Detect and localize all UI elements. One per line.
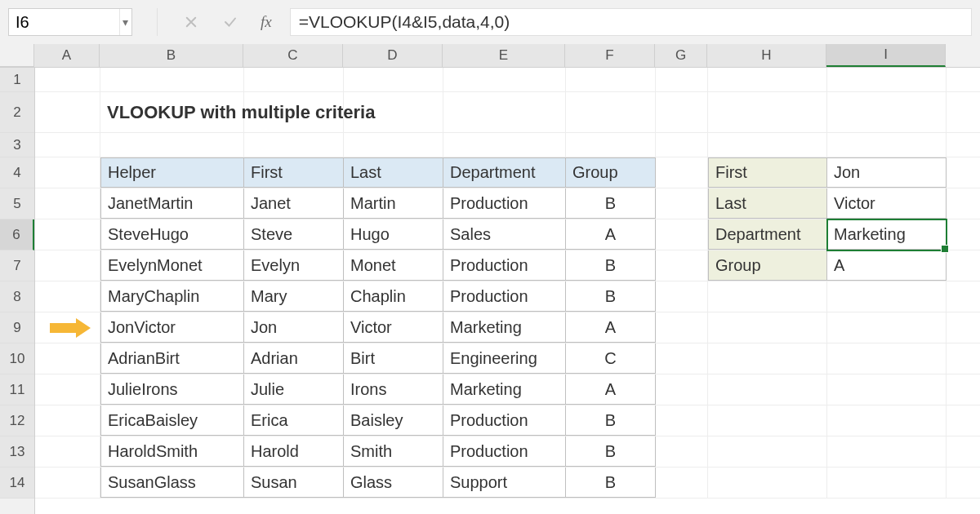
table-cell[interactable]: AdrianBirt xyxy=(100,343,244,374)
row-header-9[interactable]: 9 xyxy=(0,312,34,343)
row-header-2[interactable]: 2 xyxy=(0,92,34,133)
table-cell[interactable]: Irons xyxy=(344,374,443,405)
table-cell[interactable]: C xyxy=(566,343,656,374)
col-header-H[interactable]: H xyxy=(707,44,826,67)
cell-H11[interactable] xyxy=(708,374,827,405)
table-cell[interactable]: B xyxy=(566,281,656,312)
table-cell[interactable]: Production xyxy=(443,405,566,436)
table-cell[interactable]: Monet xyxy=(344,250,443,281)
table-cell[interactable]: Production xyxy=(443,250,566,281)
table-cell[interactable]: B xyxy=(566,188,656,219)
table-cell[interactable]: B xyxy=(566,467,656,498)
cell-H9[interactable] xyxy=(708,312,827,343)
formula-input[interactable]: =VLOOKUP(I4&I5,data,4,0) xyxy=(290,8,972,36)
cell-A8[interactable] xyxy=(35,281,100,312)
cell-G2[interactable] xyxy=(656,92,708,132)
cell-A1[interactable] xyxy=(35,68,100,91)
table-cell[interactable]: EricaBaisley xyxy=(100,405,244,436)
cell-B3[interactable] xyxy=(100,133,244,157)
table-cell[interactable]: Harold xyxy=(244,436,344,467)
cell-G10[interactable] xyxy=(656,343,708,374)
table-cell[interactable]: Mary xyxy=(244,281,344,312)
table-cell[interactable]: B xyxy=(566,250,656,281)
cell-A11[interactable] xyxy=(35,374,100,405)
cell-A6[interactable] xyxy=(35,219,100,250)
table-cell[interactable]: Glass xyxy=(344,467,443,498)
table-cell[interactable]: A xyxy=(566,219,656,250)
table-cell[interactable]: EvelynMonet xyxy=(100,250,244,281)
table-cell[interactable]: Evelyn xyxy=(244,250,344,281)
table-cell[interactable]: SteveHugo xyxy=(100,219,244,250)
cell-G14[interactable] xyxy=(656,467,708,498)
table-cell[interactable]: Production xyxy=(443,281,566,312)
cell-A2[interactable] xyxy=(35,92,100,132)
name-box-dropdown-icon[interactable]: ▾ xyxy=(119,9,131,35)
row-header-6[interactable]: 6 xyxy=(0,219,34,250)
table-cell[interactable]: JonVictor xyxy=(100,312,244,343)
cell-H8[interactable] xyxy=(708,281,827,312)
cell-F3[interactable] xyxy=(566,133,656,157)
table-cell[interactable]: Erica xyxy=(244,405,344,436)
col-header-A[interactable]: A xyxy=(34,44,100,67)
cell-I10[interactable] xyxy=(827,343,947,374)
col-header-G[interactable]: G xyxy=(655,44,707,67)
cell-I2[interactable] xyxy=(827,92,947,132)
table-cell[interactable]: Marketing xyxy=(443,312,566,343)
cell-G11[interactable] xyxy=(656,374,708,405)
cell-G13[interactable] xyxy=(656,436,708,467)
table-cell[interactable]: Janet xyxy=(244,188,344,219)
row-header-10[interactable]: 10 xyxy=(0,343,34,374)
cell-I11[interactable] xyxy=(827,374,947,405)
table-cell[interactable]: Sales xyxy=(443,219,566,250)
cell-A12[interactable] xyxy=(35,405,100,436)
cell-D1[interactable] xyxy=(344,68,443,91)
cell-G4[interactable] xyxy=(656,157,708,188)
table-cell[interactable]: Support xyxy=(443,467,566,498)
cell-F2[interactable] xyxy=(566,92,656,132)
col-header-D[interactable]: D xyxy=(343,44,443,67)
table-cell[interactable]: Engineering xyxy=(443,343,566,374)
table-cell[interactable]: Chaplin xyxy=(344,281,443,312)
cell-D3[interactable] xyxy=(344,133,443,157)
name-box-input[interactable] xyxy=(9,13,119,32)
cell-F1[interactable] xyxy=(566,68,656,91)
row-header-1[interactable]: 1 xyxy=(0,68,34,92)
cell-A7[interactable] xyxy=(35,250,100,281)
table-cell[interactable]: MaryChaplin xyxy=(100,281,244,312)
cell-H3[interactable] xyxy=(708,133,827,157)
table-cell[interactable]: B xyxy=(566,436,656,467)
cell-I12[interactable] xyxy=(827,405,947,436)
cell-C3[interactable] xyxy=(244,133,344,157)
table-cell[interactable]: Smith xyxy=(344,436,443,467)
table-cell[interactable]: Martin xyxy=(344,188,443,219)
cell-A3[interactable] xyxy=(35,133,100,157)
cell-G6[interactable] xyxy=(656,219,708,250)
table-cell[interactable]: A xyxy=(566,312,656,343)
accept-icon[interactable] xyxy=(221,13,239,31)
col-header-B[interactable]: B xyxy=(100,44,243,67)
cell-A10[interactable] xyxy=(35,343,100,374)
name-box[interactable]: ▾ xyxy=(8,8,132,36)
row-header-3[interactable]: 3 xyxy=(0,133,34,157)
cell-I13[interactable] xyxy=(827,436,947,467)
select-all-triangle[interactable] xyxy=(0,44,34,67)
fx-label[interactable]: fx xyxy=(261,13,275,31)
cell-E1[interactable] xyxy=(443,68,566,91)
col-header-C[interactable]: C xyxy=(243,44,343,67)
cell-H13[interactable] xyxy=(708,436,827,467)
cell-H12[interactable] xyxy=(708,405,827,436)
table-cell[interactable]: Julie xyxy=(244,374,344,405)
cell-H14[interactable] xyxy=(708,467,827,498)
table-cell[interactable]: A xyxy=(566,374,656,405)
table-cell[interactable]: Hugo xyxy=(344,219,443,250)
table-cell[interactable]: JulieIrons xyxy=(100,374,244,405)
cell-E2[interactable] xyxy=(443,92,566,132)
cell-G9[interactable] xyxy=(656,312,708,343)
cell-C2[interactable] xyxy=(244,92,344,132)
cell-I3[interactable] xyxy=(827,133,947,157)
table-cell[interactable]: Production xyxy=(443,436,566,467)
cell-A13[interactable] xyxy=(35,436,100,467)
cells-area[interactable]: VLOOKUP with multiple criteriaHelperFirs… xyxy=(35,68,980,514)
cell-A14[interactable] xyxy=(35,467,100,498)
lookup-value[interactable]: Victor xyxy=(827,188,947,219)
